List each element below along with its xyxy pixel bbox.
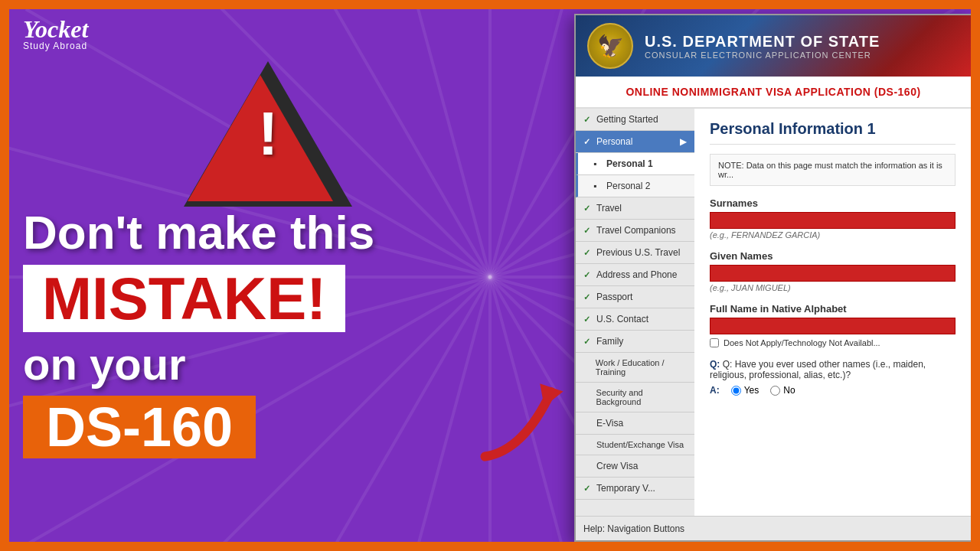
seal-icon: 🦅 (597, 34, 624, 59)
nav-personal2[interactable]: Personal 2 (576, 175, 694, 197)
qa-question: Q: Q: Have you ever used other names (i.… (710, 359, 956, 380)
nav-travel[interactable]: Travel (576, 197, 694, 220)
no-option[interactable]: No (770, 385, 795, 396)
nav-personal[interactable]: Personal ▶ (576, 131, 694, 153)
nav-travel-companions[interactable]: Travel Companions (576, 220, 694, 242)
given-names-hint: (e.g., JUAN MIGUEL) (710, 283, 956, 292)
help-text: Help: Navigation Buttons (583, 523, 684, 534)
native-name-input[interactable] (710, 318, 956, 334)
dos-main-title: U.S. Department of State (645, 32, 880, 51)
headline4: DS-160 (46, 396, 233, 458)
qa-question-text: Q: Have you ever used other names (i.e.,… (710, 359, 926, 380)
nav-student-visa[interactable]: Student/Exchange Visa (576, 435, 694, 455)
qa-section: Q: Q: Have you ever used other names (i.… (710, 359, 956, 396)
surnames-input[interactable] (710, 212, 956, 229)
nav-prev-us-travel[interactable]: Previous U.S. Travel (576, 242, 694, 264)
q-label: Q: (710, 359, 723, 370)
given-names-input[interactable] (710, 265, 956, 282)
given-names-label: Given Names (710, 250, 956, 262)
given-names-field: Given Names (e.g., JUAN MIGUEL) (710, 250, 956, 292)
yes-radio[interactable] (731, 386, 741, 396)
nav-family[interactable]: Family (576, 331, 694, 353)
nav-passport[interactable]: Passport (576, 286, 694, 308)
native-name-field: Full Name in Native Alphabet Does Not Ap… (710, 303, 956, 347)
dos-title-area: U.S. Department of State CONSULAR ELECTR… (645, 32, 880, 60)
brand-subtitle: Study Abroad (23, 41, 88, 51)
nav-us-contact[interactable]: U.S. Contact (576, 308, 694, 331)
brand-name: Yocket (23, 15, 88, 44)
headline2: MISTAKE! (42, 265, 326, 332)
does-not-apply-checkbox[interactable] (710, 338, 719, 347)
state-seal: 🦅 (587, 23, 633, 69)
surnames-field: Surnames (e.g., FERNANDEZ GARCIA) (710, 197, 956, 240)
a-label: A: (710, 385, 720, 396)
form-body: Getting Started Personal ▶ Personal 1 Pe… (576, 109, 971, 534)
nav-work-edu[interactable]: Work / Education / Training (576, 353, 694, 383)
warning-triangle: ! (191, 61, 345, 199)
qa-answer: A: Yes No (710, 385, 956, 396)
form-nav: Getting Started Personal ▶ Personal 1 Pe… (576, 109, 694, 534)
form-content: Personal Information 1 NOTE: Data on thi… (694, 109, 971, 534)
nav-arrow: ▶ (680, 136, 687, 147)
nav-address-phone[interactable]: Address and Phone (576, 264, 694, 286)
form-note-text: NOTE: Data on this page must match the i… (718, 161, 942, 179)
does-not-apply-label: Does Not Apply/Technology Not Availabl..… (724, 338, 880, 347)
nav-getting-started[interactable]: Getting Started (576, 109, 694, 131)
exclamation-mark: ! (258, 103, 279, 165)
yes-option[interactable]: Yes (731, 385, 760, 396)
form-title: Personal Information 1 (710, 120, 956, 145)
nav-security[interactable]: Security and Background (576, 383, 694, 412)
nav-personal1[interactable]: Personal 1 (576, 153, 694, 175)
app-banner: ONLINE NONIMMIGRANT VISA APPLICATION (DS… (576, 77, 971, 109)
headline3: on your (23, 338, 559, 390)
help-bar: Help: Navigation Buttons (576, 516, 971, 540)
native-name-checkbox-row: Does Not Apply/Technology Not Availabl..… (710, 338, 956, 347)
form-note: NOTE: Data on this page must match the i… (710, 154, 956, 186)
mistake-box: MISTAKE! (23, 265, 345, 332)
surnames-label: Surnames (710, 197, 956, 209)
ds160-box: DS-160 (23, 396, 256, 458)
nav-evisa[interactable]: E-Visa (576, 412, 694, 435)
headline1: Don't make this (23, 207, 559, 259)
nav-temp-visa[interactable]: Temporary V... (576, 478, 694, 500)
dos-header: 🦅 U.S. Department of State CONSULAR ELEC… (576, 15, 971, 77)
app-banner-text: ONLINE NONIMMIGRANT VISA APPLICATION (DS… (587, 86, 959, 98)
no-radio[interactable] (770, 386, 780, 396)
dos-sub-title: CONSULAR ELECTRONIC APPLICATION CENTER (645, 51, 880, 60)
logo-area: Yocket Study Abroad (23, 15, 88, 51)
form-panel: 🦅 U.S. Department of State CONSULAR ELEC… (574, 14, 972, 542)
nav-crew-visa[interactable]: Crew Visa (576, 455, 694, 478)
surnames-hint: (e.g., FERNANDEZ GARCIA) (710, 230, 956, 240)
native-name-label: Full Name in Native Alphabet (710, 303, 956, 315)
